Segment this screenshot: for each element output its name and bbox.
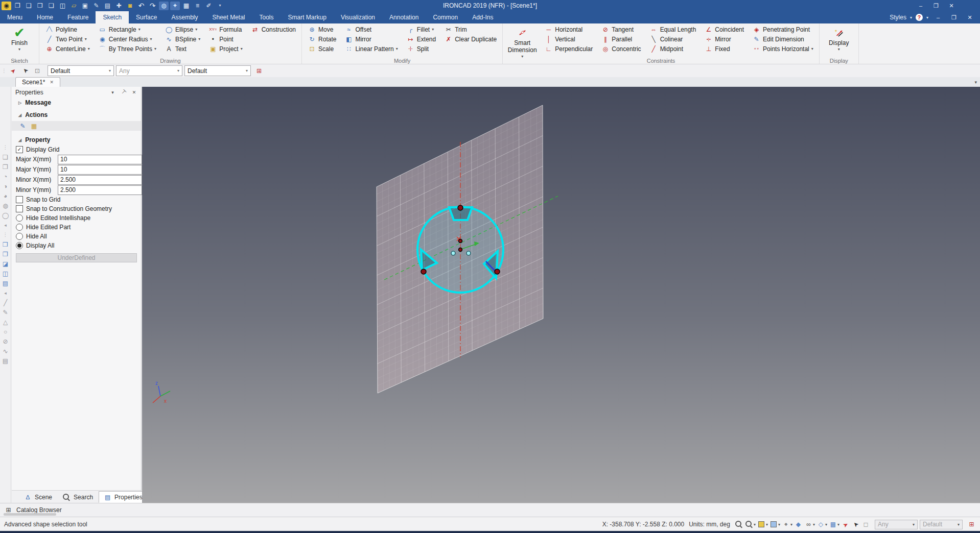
radio-button[interactable]	[16, 214, 23, 222]
trim-button[interactable]: ✂Trim	[442, 25, 498, 34]
redo-icon[interactable]: ↷	[148, 2, 157, 10]
ellipse-button[interactable]: ◯Ellipse▾	[163, 25, 202, 34]
spline-tool-icon[interactable]: ∿	[1, 348, 10, 355]
sketch-point-red[interactable]	[459, 248, 462, 252]
ruler-icon[interactable]: ▤	[1, 357, 10, 365]
horizontal-button[interactable]: ─Horizontal	[543, 25, 594, 34]
export-icon[interactable]: ❏	[46, 2, 56, 10]
pencil-tool-icon[interactable]: ✎	[1, 309, 10, 316]
toolbar-filter-select-3[interactable]: Default▾	[184, 65, 251, 76]
checkbox[interactable]	[16, 205, 23, 212]
collapse-left-icon[interactable]: ◂	[1, 222, 10, 229]
points-horizontal-button[interactable]: ∘∘Points Horizontal▾	[751, 44, 815, 54]
sketch-point-cyan[interactable]	[451, 251, 455, 255]
actions-section-header[interactable]: ◢ Actions	[12, 110, 141, 120]
property-section-header[interactable]: ◢ Property	[12, 135, 141, 145]
styles-menu[interactable]: Styles	[890, 14, 906, 21]
snap-to-grid-checkbox[interactable]: Snap to Grid	[12, 195, 141, 204]
mirror-button[interactable]: ◧Mirror	[343, 34, 399, 44]
wireframe-button[interactable]: ◇▾	[816, 521, 827, 528]
checkbox[interactable]: ✓	[16, 146, 23, 153]
colinear-button[interactable]: ╲Colinear	[648, 34, 698, 44]
toolbar-filter-select-2[interactable]: Any▾	[116, 65, 182, 76]
cursor-button[interactable]: ➤	[851, 521, 860, 528]
project-button[interactable]: ▣Project▾	[207, 44, 244, 54]
zoom-window-button[interactable]	[735, 521, 743, 528]
ribbon-tab-surface[interactable]: Surface	[129, 11, 164, 23]
two-point-button[interactable]: ╱Two Point▾	[43, 34, 91, 44]
perpendicular-button[interactable]: ∟Perpendicular	[543, 44, 594, 54]
parallel-button[interactable]: ∥Parallel	[599, 34, 642, 44]
snap-to-construction-geometry-checkbox[interactable]: Snap to Construction Geometry	[12, 204, 141, 213]
split-button[interactable]: -|-Split	[405, 44, 437, 54]
cube-c-icon[interactable]: ◪	[1, 260, 10, 268]
smart-dimension-button[interactable]: Smart Dimension▾	[507, 25, 538, 59]
params-icon[interactable]: ▦	[181, 2, 191, 10]
bool-circle-icon[interactable]: ◯	[1, 212, 10, 219]
bool-subtract-icon[interactable]: ◑	[1, 183, 10, 190]
message-section-header[interactable]: ▷ Message	[12, 98, 141, 108]
panel-tab-search[interactable]: Search	[58, 491, 98, 503]
look-at-button[interactable]: ∞▾	[804, 521, 815, 528]
offset-button[interactable]: ≈Offset	[343, 25, 399, 34]
major-y-mm-input[interactable]	[58, 165, 142, 175]
center-radius-button[interactable]: ◉Center Radius▾	[97, 34, 158, 44]
rotate-button[interactable]: ↻Rotate	[306, 34, 338, 44]
panel-dock-caret-icon[interactable]: ▾	[109, 90, 116, 95]
bool-union-icon[interactable]: ◔	[1, 173, 10, 180]
ribbon-tab-sketch[interactable]: Sketch	[96, 11, 129, 23]
minor-x-mm-input[interactable]	[58, 175, 142, 185]
new-part-icon[interactable]: ❑	[24, 2, 34, 10]
ribbon-tab-sheet-metal[interactable]: Sheet Metal	[205, 11, 252, 23]
brush-icon[interactable]: ✐	[204, 2, 214, 10]
pick-move-icon[interactable]: ❏	[1, 154, 10, 161]
preview-icon[interactable]: ◫	[58, 2, 67, 10]
edit-dimension-button[interactable]: ✎Edit Dimension	[751, 34, 815, 44]
maximize-window-icon[interactable]: ❐	[930, 2, 942, 10]
minor-y-mm-input[interactable]	[58, 185, 142, 195]
open-icon[interactable]: ▱	[69, 2, 79, 10]
select-cursor-button[interactable]: ➤	[19, 66, 31, 76]
hierarchy-icon[interactable]: ⊞	[255, 67, 264, 75]
construction-button[interactable]: ⇄Construction	[249, 25, 297, 34]
radio-button[interactable]	[16, 224, 23, 231]
fit-scene-button[interactable]: ▾	[757, 521, 768, 528]
rectangle-button[interactable]: ▭Rectangle▾	[97, 25, 158, 34]
sketch-point-cyan[interactable]	[466, 251, 471, 255]
hide-edited-intellishape-radio[interactable]: Hide Edited Intellishape	[12, 213, 141, 223]
close-window-icon[interactable]: ✕	[945, 2, 958, 10]
mirror-button[interactable]: •|•Mirror	[703, 34, 745, 44]
catalog-grip[interactable]	[4, 513, 56, 516]
finish-button[interactable]: ✔Finish▾	[4, 25, 35, 55]
styles-caret-icon[interactable]: ▾	[910, 15, 912, 20]
tab-scroll-caret-icon[interactable]: ▾	[974, 80, 977, 85]
ribbon-tab-home[interactable]: Home	[30, 11, 60, 23]
document-tab-scene1[interactable]: Scene1*✕	[15, 77, 60, 87]
scene-structure-icon[interactable]: ⊞	[967, 521, 976, 528]
ribbon-tab-smart-markup[interactable]: Smart Markup	[281, 11, 334, 23]
formula-button[interactable]: XY=Formula	[207, 25, 244, 34]
penetrating-point-button[interactable]: ◈Penetrating Point	[751, 25, 815, 34]
grip-icon[interactable]: ⋮	[1, 231, 10, 238]
box-select-button[interactable]: ◻	[861, 521, 870, 528]
panel-tab-properties[interactable]: ▤Properties	[99, 491, 147, 503]
polyline-button[interactable]: ╱╲Polyline	[43, 25, 91, 34]
scale-button[interactable]: ⊡Scale	[306, 44, 338, 54]
vertical-button[interactable]: │Vertical	[543, 34, 594, 44]
doc-restore-icon[interactable]: ❐	[948, 13, 960, 21]
centerline-button[interactable]: ⊕CenterLine▾	[43, 44, 91, 54]
shapes-icon[interactable]: ▤	[103, 2, 112, 10]
radio-button[interactable]	[16, 233, 23, 240]
shape-select-button[interactable]: ➤	[7, 66, 18, 76]
new-scene-icon[interactable]: ❐	[13, 2, 22, 10]
bool-intersect-icon[interactable]: ◕	[1, 192, 10, 200]
pick-box-icon[interactable]: ❐	[1, 163, 10, 171]
clear-duplicate-button[interactable]: ✗Clear Duplicate	[442, 34, 498, 44]
grip-icon[interactable]: ⋮	[1, 144, 10, 151]
spark-tree-icon[interactable]: ✦	[170, 2, 180, 10]
save-icon[interactable]: ▣	[80, 2, 90, 10]
help-caret-icon[interactable]: ▾	[926, 15, 928, 20]
cube-a-icon[interactable]: ❒	[1, 241, 10, 248]
ribbon-tab-assembly[interactable]: Assembly	[164, 11, 205, 23]
cube-d-icon[interactable]: ◫	[1, 270, 10, 277]
